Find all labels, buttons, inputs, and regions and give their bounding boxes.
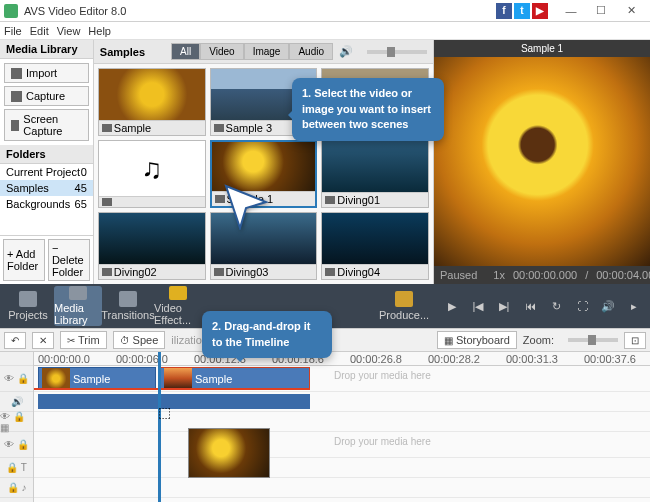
callout-step-1: 1. Select the video or image you want to… [292, 78, 444, 141]
folder-backgrounds[interactable]: Backgrounds65 [0, 196, 93, 212]
goto-start-button[interactable]: ⏮ [518, 294, 542, 318]
tab-video[interactable]: Video [200, 43, 243, 60]
projects-button[interactable]: Projects [4, 286, 52, 326]
play-button[interactable]: ▶ [440, 294, 464, 318]
fullscreen-button[interactable]: ⛶ [570, 294, 594, 318]
next-frame-button[interactable]: ▶| [492, 294, 516, 318]
audio-track-head[interactable]: 🔊 [0, 392, 33, 412]
menu-edit[interactable]: Edit [30, 25, 49, 37]
preview-title: Sample 1 [434, 40, 650, 57]
audio-clip[interactable] [38, 394, 310, 409]
trim-button[interactable]: ✂ Trim [60, 331, 107, 349]
text-track-head[interactable]: 🔒 T [0, 458, 33, 478]
menu-file[interactable]: File [4, 25, 22, 37]
overlay-track[interactable]: Drop your media here [34, 432, 650, 458]
thumb-sample[interactable]: Sample [98, 68, 206, 136]
zoom-slider[interactable] [568, 338, 618, 342]
video-icon [214, 268, 224, 276]
storyboard-button[interactable]: ▦ Storyboard [437, 331, 517, 349]
prev-frame-button[interactable]: |◀ [466, 294, 490, 318]
clip-sample-2[interactable]: Sample [160, 367, 310, 390]
tab-all[interactable]: All [171, 43, 200, 60]
fit-button[interactable]: ⊡ [624, 332, 646, 349]
transitions-icon [119, 291, 137, 307]
svg-marker-0 [226, 186, 266, 228]
folder-samples[interactable]: Samples45 [0, 180, 93, 196]
loop-button[interactable]: ↻ [544, 294, 568, 318]
effects-track-head[interactable]: 👁 🔒 ▦ [0, 412, 33, 432]
audio-track[interactable] [34, 392, 650, 412]
titlebar: AVS Video Editor 8.0 f t ▶ — ☐ ✕ [0, 0, 650, 22]
menu-help[interactable]: Help [88, 25, 111, 37]
produce-icon [395, 291, 413, 307]
drop-hint: Drop your media here [334, 436, 431, 447]
screen-capture-button[interactable]: Screen Capture [4, 109, 89, 141]
ruler-head [0, 352, 33, 366]
drag-ghost [188, 428, 270, 478]
preview-controls: Paused 1x 00:00:00.000 / 00:00:04.000 [434, 266, 650, 284]
preview-speed: 1x [493, 269, 505, 281]
redo-button[interactable]: ✕ [32, 332, 54, 349]
drag-cursor-icon: ⬚ [158, 404, 171, 420]
thumb-image [322, 141, 428, 192]
speed-button[interactable]: ⏱ Spee [113, 331, 166, 349]
menu-view[interactable]: View [57, 25, 81, 37]
import-button[interactable]: Import [4, 63, 89, 83]
preview-status: Paused [440, 269, 477, 281]
maximize-button[interactable]: ☐ [586, 1, 616, 21]
thumb-diving02[interactable]: Diving02 [98, 212, 206, 280]
folders-header: Folders [0, 145, 93, 164]
video-effects-button[interactable]: Video Effect... [154, 286, 202, 326]
folder-current-project[interactable]: Current Project0 [0, 164, 93, 180]
produce-button[interactable]: Produce... [380, 286, 428, 326]
timeline: 👁 🔒 🔊 👁 🔒 ▦ 👁 🔒 🔒 T 🔒 ♪ 00:00:00.0 00:00… [0, 352, 650, 502]
time-ruler[interactable]: 00:00:00.0 00:00:06.0 00:00:12.3 00:00:1… [34, 352, 650, 366]
folder-buttons: + Add Folder − Delete Folder [0, 235, 93, 284]
minimize-button[interactable]: — [556, 1, 586, 21]
tab-audio[interactable]: Audio [289, 43, 333, 60]
thumb-diving04[interactable]: Diving04 [321, 212, 429, 280]
volume-button[interactable]: 🔊 [596, 294, 620, 318]
media-type-tabs: All Video Image Audio [171, 43, 333, 60]
camera-icon [11, 91, 22, 102]
video-track-head[interactable]: 👁 🔒 [0, 366, 33, 392]
text-track[interactable] [34, 458, 650, 478]
clapboard-icon [19, 291, 37, 307]
volume-icon[interactable]: 🔊 [339, 45, 353, 58]
undo-button[interactable]: ↶ [4, 332, 26, 349]
star-icon [169, 286, 187, 300]
music-track-head[interactable]: 🔒 ♪ [0, 478, 33, 498]
plus-icon [11, 68, 22, 79]
video-icon [102, 124, 112, 132]
effects-track[interactable] [34, 412, 650, 432]
playhead[interactable] [158, 352, 161, 502]
thumbnail-size-slider[interactable] [367, 50, 427, 54]
thumb-image: ♫ [99, 141, 205, 196]
facebook-icon[interactable]: f [496, 3, 512, 19]
filmstrip-icon [69, 286, 87, 300]
close-button[interactable]: ✕ [616, 1, 646, 21]
add-folder-button[interactable]: + Add Folder [3, 239, 45, 281]
capture-button[interactable]: Capture [4, 86, 89, 106]
social-links: f t ▶ [496, 3, 548, 19]
track-area[interactable]: 00:00:00.0 00:00:06.0 00:00:12.3 00:00:1… [34, 352, 650, 502]
snapshot-button[interactable]: ▸ [622, 294, 646, 318]
video-track[interactable]: Sample Sample Drop your media here [34, 366, 650, 392]
zoom-label: Zoom: [523, 334, 554, 346]
preview-image[interactable] [434, 57, 650, 266]
media-library-button[interactable]: Media Library [54, 286, 102, 326]
music-track[interactable] [34, 478, 650, 498]
thumb-audio[interactable]: ♫ [98, 140, 206, 208]
tab-image[interactable]: Image [244, 43, 290, 60]
overlay-track-head[interactable]: 👁 🔒 [0, 432, 33, 458]
clip-sample-1[interactable]: Sample [38, 367, 156, 390]
youtube-icon[interactable]: ▶ [532, 3, 548, 19]
delete-folder-button[interactable]: − Delete Folder [48, 239, 90, 281]
twitter-icon[interactable]: t [514, 3, 530, 19]
audio-icon [102, 198, 112, 206]
thumb-diving01[interactable]: Diving01 [321, 140, 429, 208]
transitions-button[interactable]: Transitions [104, 286, 152, 326]
drop-hint: Drop your media here [334, 370, 431, 381]
media-library-header: Media Library [0, 40, 93, 59]
menubar: File Edit View Help [0, 22, 650, 40]
